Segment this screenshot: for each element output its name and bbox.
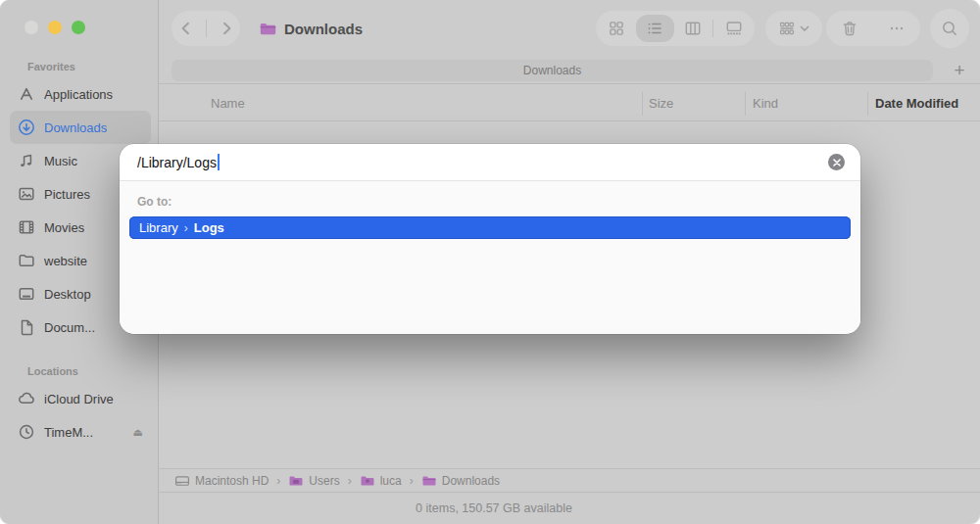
column-header-kind[interactable]: Kind bbox=[753, 96, 778, 111]
tab-bar: Downloads + bbox=[159, 57, 980, 84]
app-store-icon bbox=[18, 85, 35, 103]
zoom-button[interactable] bbox=[72, 21, 85, 34]
film-icon bbox=[18, 218, 35, 236]
status-text: 0 items, 150.57 GB available bbox=[416, 501, 572, 515]
search-icon bbox=[941, 20, 958, 37]
suggestion-last: Logs bbox=[194, 220, 224, 235]
locations-section-title: Locations bbox=[0, 365, 78, 377]
sidebar-item-label: Desktop bbox=[44, 287, 91, 302]
tab-downloads[interactable]: Downloads bbox=[172, 60, 933, 81]
column-header-size[interactable]: Size bbox=[649, 96, 673, 111]
text-caret bbox=[218, 154, 220, 170]
close-button[interactable] bbox=[24, 21, 38, 34]
music-note-icon bbox=[18, 152, 35, 169]
new-tab-button[interactable]: + bbox=[945, 57, 974, 84]
sidebar-item-label: website bbox=[44, 254, 87, 268]
status-bar: 0 items, 150.57 GB available bbox=[159, 492, 980, 524]
search-button[interactable] bbox=[930, 9, 969, 48]
back-button[interactable] bbox=[177, 20, 195, 37]
breadcrumb-downloads[interactable]: Downloads bbox=[421, 473, 500, 489]
hard-drive-icon bbox=[174, 473, 190, 489]
breadcrumb-macintosh-hd[interactable]: Macintosh HD bbox=[174, 473, 269, 489]
view-gallery-button[interactable] bbox=[714, 15, 753, 42]
sidebar-item-label: Downloads bbox=[44, 120, 107, 135]
more-icon[interactable] bbox=[888, 20, 906, 37]
desktop-icon bbox=[18, 285, 35, 303]
sidebar-item-downloads[interactable]: Downloads bbox=[10, 111, 151, 144]
close-icon bbox=[833, 159, 841, 167]
column-divider[interactable] bbox=[745, 92, 746, 116]
nav-divider bbox=[206, 20, 207, 37]
sidebar-item-label: Movies bbox=[44, 220, 84, 235]
breadcrumb-separator: › bbox=[276, 474, 280, 488]
nav-buttons bbox=[172, 11, 240, 46]
column-header-name[interactable]: Name bbox=[211, 96, 245, 111]
downloads-folder-icon bbox=[259, 20, 277, 38]
tab-label: Downloads bbox=[523, 64, 581, 77]
column-header-date-modified[interactable]: Date Modified bbox=[875, 96, 958, 111]
suggestion-panel: Go to: Library › Logs bbox=[120, 181, 860, 334]
sidebar-item-icloud-drive[interactable]: iCloud Drive bbox=[10, 382, 151, 415]
view-mode-control bbox=[596, 11, 755, 46]
breadcrumb-label: Macintosh HD bbox=[195, 474, 269, 488]
folder-icon bbox=[288, 473, 304, 489]
window-title-group: Downloads bbox=[259, 0, 363, 57]
goto-folder-dialog: /Library/Logs Go to: Library › Logs bbox=[120, 144, 860, 334]
sidebar-item-label: Music bbox=[44, 154, 77, 168]
folder-icon bbox=[18, 252, 35, 269]
sidebar-item-applications[interactable]: Applications bbox=[10, 77, 151, 111]
clear-input-button[interactable] bbox=[828, 154, 845, 170]
document-icon bbox=[18, 318, 35, 336]
breadcrumb-separator: › bbox=[348, 474, 352, 488]
view-list-button[interactable] bbox=[636, 15, 674, 42]
list-view-icon bbox=[646, 20, 663, 37]
suggestion-first: Library bbox=[139, 220, 178, 235]
sidebar-item-time-machine[interactable]: TimeM... ⏏ bbox=[10, 415, 151, 449]
breadcrumb-label: Users bbox=[309, 474, 339, 488]
folder-icon bbox=[360, 473, 375, 489]
suggestion-separator: › bbox=[184, 221, 188, 235]
minimize-button[interactable] bbox=[48, 21, 62, 34]
path-bar: Macintosh HD › Users › luca › bbox=[159, 468, 980, 492]
column-headers: Name Size Kind Date Modified bbox=[159, 84, 980, 121]
eject-icon[interactable]: ⏏ bbox=[133, 426, 143, 439]
toolbar: Downloads bbox=[159, 0, 980, 57]
sidebar-item-label: Docum... bbox=[44, 320, 95, 335]
cloud-icon bbox=[18, 390, 35, 407]
group-by-icon bbox=[778, 20, 796, 37]
column-divider[interactable] bbox=[642, 92, 643, 116]
column-divider[interactable] bbox=[867, 92, 868, 116]
traffic-lights bbox=[24, 21, 85, 34]
finder-window: Favorites Applications Downloads Music bbox=[0, 0, 980, 524]
forward-button[interactable] bbox=[218, 20, 235, 37]
gallery-view-icon bbox=[725, 20, 743, 37]
view-columns-button[interactable] bbox=[674, 15, 712, 42]
trash-icon[interactable] bbox=[841, 20, 858, 37]
columns-view-icon bbox=[684, 20, 702, 37]
chevron-down-icon bbox=[799, 20, 810, 37]
group-by-button[interactable] bbox=[765, 11, 822, 46]
path-input[interactable]: /Library/Logs bbox=[137, 155, 217, 170]
breadcrumb-label: luca bbox=[380, 474, 402, 488]
view-divider bbox=[712, 20, 713, 37]
favorites-section-title: Favorites bbox=[0, 61, 75, 72]
sidebar-item-label: Applications bbox=[44, 87, 113, 102]
breadcrumb-label: Downloads bbox=[442, 474, 500, 488]
sidebar-item-label: TimeM... bbox=[44, 425, 93, 440]
breadcrumb-luca[interactable]: luca bbox=[360, 473, 402, 489]
window-title: Downloads bbox=[284, 21, 363, 37]
download-circle-icon bbox=[18, 119, 35, 136]
grid-view-icon bbox=[608, 20, 625, 37]
folder-icon bbox=[421, 473, 437, 489]
suggestion-row-library-logs[interactable]: Library › Logs bbox=[129, 216, 851, 239]
photo-icon bbox=[18, 185, 35, 203]
goto-label: Go to: bbox=[120, 181, 860, 216]
time-machine-icon bbox=[18, 423, 35, 441]
action-buttons bbox=[826, 11, 920, 46]
path-input-row[interactable]: /Library/Logs bbox=[120, 144, 860, 180]
sidebar-item-label: iCloud Drive bbox=[44, 392, 114, 406]
view-icons-button[interactable] bbox=[598, 15, 636, 42]
breadcrumb-separator: › bbox=[410, 474, 414, 488]
breadcrumb-users[interactable]: Users bbox=[288, 473, 339, 489]
sidebar-item-label: Pictures bbox=[44, 187, 90, 202]
